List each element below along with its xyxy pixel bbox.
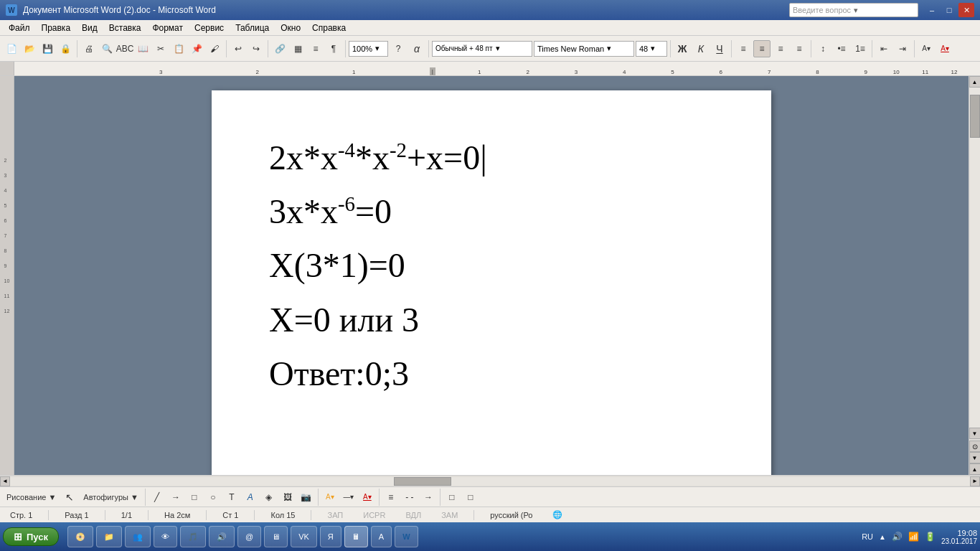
bullets-button[interactable]: •≡ (833, 40, 850, 57)
undo-button[interactable]: ↩ (230, 40, 247, 57)
save-button[interactable]: 💾 (39, 40, 56, 57)
tray-battery[interactable]: 🔋 (925, 532, 936, 542)
formula-button[interactable]: α (408, 40, 425, 57)
format-paint-button[interactable]: 🖌 (206, 40, 223, 57)
scroll-thumb[interactable] (970, 95, 980, 138)
link-button[interactable]: 🔗 (271, 40, 288, 57)
menu-table[interactable]: Таблица (230, 22, 275, 34)
3d-btn[interactable]: □ (462, 489, 479, 506)
scroll-up-button[interactable]: ▲ (969, 76, 981, 88)
scroll-down-button[interactable]: ▼ (969, 428, 981, 439)
spell-button[interactable]: ABC (116, 40, 133, 57)
menu-format[interactable]: Формат (146, 22, 189, 34)
textbox-tool[interactable]: Т (223, 489, 240, 506)
diagram-tool[interactable]: ◈ (260, 489, 278, 506)
special-button[interactable]: ¶ (325, 40, 342, 57)
align-right-button[interactable]: ≡ (772, 40, 789, 57)
browse-prev-button[interactable]: ▲ (969, 463, 981, 475)
highlight-button[interactable]: A▾ (918, 40, 935, 57)
taskbar-icon-9[interactable]: VK (291, 526, 317, 547)
underline-button[interactable]: Ч (711, 40, 728, 57)
align-center-button[interactable]: ≡ (753, 40, 771, 57)
taskbar-icon-5[interactable]: 🎵 (180, 526, 206, 547)
wordart-tool[interactable]: A (242, 489, 259, 506)
tray-network[interactable]: 📶 (908, 532, 919, 542)
font-size-dropdown[interactable]: 48 ▾ (636, 41, 667, 57)
font-color-button[interactable]: A▾ (936, 40, 953, 57)
tray-expand[interactable]: ▲ (879, 533, 886, 541)
minimize-button[interactable]: – (924, 3, 940, 17)
italic-button[interactable]: К (692, 40, 710, 57)
browse-next-button[interactable]: ▼ (969, 452, 981, 463)
select-browse-button[interactable]: ⊙ (969, 441, 981, 452)
align-justify-button[interactable]: ≡ (791, 40, 808, 57)
redo-button[interactable]: ↪ (248, 40, 265, 57)
paste-button[interactable]: 📌 (188, 40, 205, 57)
taskbar-icon-1[interactable]: 📀 (67, 526, 93, 547)
ellipse-tool[interactable]: ○ (204, 489, 222, 506)
numbering-button[interactable]: 1≡ (852, 40, 869, 57)
dash-style-btn[interactable]: - - (401, 489, 418, 506)
line-style-btn[interactable]: ≡ (382, 489, 400, 506)
arrow-tool[interactable]: → (167, 489, 184, 506)
menu-edit[interactable]: Правка (36, 22, 77, 34)
taskbar-icon-10[interactable]: Я (320, 526, 341, 547)
fill-color-btn[interactable]: A▾ (321, 489, 339, 506)
select-tool[interactable]: ↖ (61, 489, 78, 506)
help-search-box[interactable]: Введите вопрос ▾ (789, 3, 918, 17)
research-button[interactable]: 📖 (134, 40, 151, 57)
style-dropdown[interactable]: Обычный + 48 пт ▾ (432, 41, 532, 57)
zoom-dropdown[interactable]: 100% ▾ (349, 41, 388, 57)
document-content[interactable]: 2х*х-4*х-2+х=0| 3х*х-6=0 Х(3*1)=0 Х=0 ил… (269, 133, 714, 397)
taskbar-icon-13[interactable]: W (395, 526, 418, 547)
menu-tools[interactable]: Сервис (189, 22, 230, 34)
start-button[interactable]: ⊞ Пуск (3, 527, 59, 546)
menu-insert[interactable]: Вставка (103, 22, 147, 34)
maximize-button[interactable]: □ (941, 3, 957, 17)
taskbar-icon-7[interactable]: @ (237, 526, 261, 547)
font-color-btn2[interactable]: A▾ (359, 489, 376, 506)
rect-tool[interactable]: □ (186, 489, 203, 506)
taskbar-icon-12[interactable]: A (371, 526, 392, 547)
shadow-btn[interactable]: □ (443, 489, 461, 506)
taskbar-icon-6[interactable]: 🔊 (209, 526, 235, 547)
clipart-tool[interactable]: 🖼 (279, 489, 296, 506)
taskbar-icon-2[interactable]: 📁 (96, 526, 122, 547)
copy-button[interactable]: 📋 (170, 40, 187, 57)
line-color-btn[interactable]: —▾ (340, 489, 357, 506)
increase-indent-button[interactable]: ⇥ (894, 40, 911, 57)
h-scroll-thumb[interactable] (394, 477, 451, 486)
line-tool[interactable]: ╱ (149, 489, 166, 506)
cut-button[interactable]: ✂ (152, 40, 169, 57)
scroll-track[interactable] (970, 88, 980, 428)
drawing-menu[interactable]: Рисование ▼ (3, 489, 60, 506)
taskbar-word-app[interactable]: 🖩 (344, 526, 368, 547)
print-button[interactable]: 🖨 (80, 40, 98, 57)
permissions-button[interactable]: 🔒 (57, 40, 74, 57)
help-button[interactable]: ? (390, 40, 407, 57)
tray-speaker[interactable]: 🔊 (892, 532, 903, 542)
line-spacing-button[interactable]: ↕ (814, 40, 831, 57)
table-button[interactable]: ▦ (289, 40, 306, 57)
taskbar-icon-4[interactable]: 👁 (154, 526, 177, 547)
image-tool[interactable]: 📷 (298, 489, 315, 506)
new-button[interactable]: 📄 (3, 40, 20, 57)
scroll-left-button[interactable]: ◄ (0, 476, 10, 486)
decrease-indent-button[interactable]: ⇤ (875, 40, 892, 57)
h-scroll-track[interactable] (10, 477, 970, 486)
font-dropdown[interactable]: Times New Roman ▾ (534, 41, 634, 57)
close-button[interactable]: ✕ (958, 3, 974, 17)
menu-view[interactable]: Вид (76, 22, 103, 34)
columns-button[interactable]: ≡ (307, 40, 324, 57)
taskbar-icon-3[interactable]: 👥 (125, 526, 151, 547)
menu-file[interactable]: Файл (3, 22, 36, 34)
preview-button[interactable]: 🔍 (98, 40, 116, 57)
taskbar-icon-8[interactable]: 🖥 (264, 526, 288, 547)
arrow-style-btn[interactable]: → (420, 489, 437, 506)
bold-button[interactable]: Ж (674, 40, 691, 57)
menu-window[interactable]: Окно (275, 22, 306, 34)
scroll-right-button[interactable]: ► (970, 476, 980, 486)
open-button[interactable]: 📂 (21, 40, 38, 57)
autoshapes-menu[interactable]: Автофигуры ▼ (80, 489, 142, 506)
align-left-button[interactable]: ≡ (735, 40, 752, 57)
